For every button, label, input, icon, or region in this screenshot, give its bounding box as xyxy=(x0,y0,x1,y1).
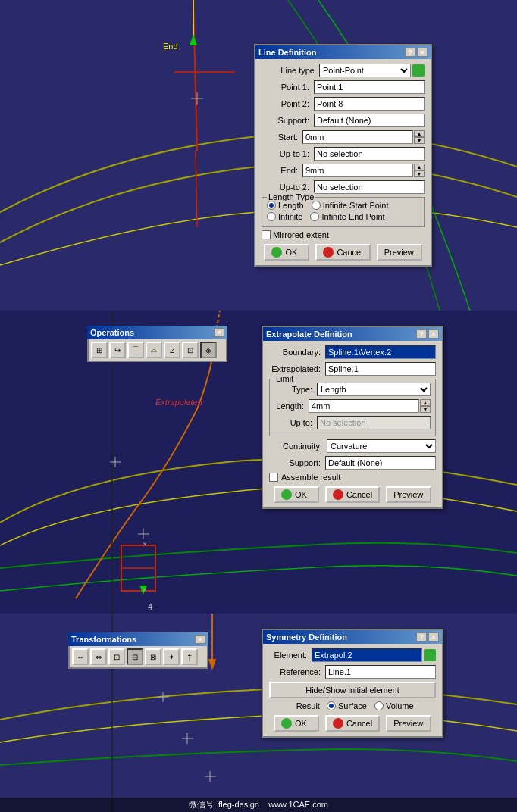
type-select[interactable]: Length xyxy=(317,383,431,396)
upto2-input[interactable] xyxy=(314,180,425,194)
hide-show-btn[interactable]: Hide/Show initial element xyxy=(269,682,436,698)
operations-title-text: Operations xyxy=(90,328,134,337)
line-type-icon xyxy=(412,64,425,77)
radio-infinite-start[interactable]: Infinite Start Point xyxy=(312,201,389,210)
operations-toolbar-title: Operations × xyxy=(87,326,227,339)
radio-infinite-end[interactable]: Infinite End Point xyxy=(310,212,384,221)
continuity-row: Continuity: Curvature xyxy=(269,439,436,453)
cancel-icon xyxy=(323,247,334,258)
start-spin-down[interactable]: ▼ xyxy=(414,137,425,144)
assemble-row[interactable]: Assemble result xyxy=(269,473,436,482)
viewport-mid[interactable]: × × Extrapolated 4 Operations × ⊞ ↪ ⌒ ⌓ … xyxy=(0,311,517,614)
dialog-line-help-btn[interactable]: ? xyxy=(405,48,415,57)
dialog-symmetry: Symmetry Definition ? × Element: Referen… xyxy=(262,629,443,738)
continuity-label: Continuity: xyxy=(269,442,322,451)
sym-preview-btn[interactable]: Preview xyxy=(386,715,431,732)
operations-close-btn[interactable]: × xyxy=(214,328,224,337)
end-spin-down[interactable]: ▼ xyxy=(414,170,425,177)
radio-length[interactable]: Length xyxy=(267,201,304,210)
upto-row: Up to: xyxy=(274,416,431,429)
sym-cancel-btn[interactable]: Cancel xyxy=(325,715,380,732)
extrap-support-input[interactable] xyxy=(325,456,436,470)
trans-tool-4[interactable]: ⊟ xyxy=(127,648,143,665)
extrapolate-close-btn[interactable]: × xyxy=(428,329,439,339)
end-input[interactable] xyxy=(302,164,413,177)
trans-tool-7[interactable]: † xyxy=(181,648,198,665)
radio-row-1: Length Infinite Start Point xyxy=(267,201,419,210)
reference-input[interactable] xyxy=(325,665,436,679)
extrap-cancel-label: Cancel xyxy=(346,490,372,499)
viewport-bot[interactable]: Transformations × ↔ ⇔ ⊡ ⊟ ⊠ ✦ † Symmetry… xyxy=(0,614,517,812)
transformations-close-btn[interactable]: × xyxy=(195,635,205,644)
sym-ok-btn[interactable]: OK xyxy=(274,715,319,732)
boundary-label: Boundary: xyxy=(269,348,321,357)
element-label: Element: xyxy=(269,651,307,660)
viewport-top[interactable]: End Line Definition ? × Line type Point-… xyxy=(0,0,517,311)
extrapolate-help-btn[interactable]: ? xyxy=(416,329,427,339)
end-spin-up[interactable]: ▲ xyxy=(414,164,425,170)
radio-infinite-end-dot xyxy=(310,212,319,221)
mirrored-row[interactable]: Mirrored extent xyxy=(262,230,425,239)
trans-tool-1[interactable]: ↔ xyxy=(72,648,89,665)
transformations-toolbar-container: Transformations × ↔ ⇔ ⊡ ⊟ ⊠ ✦ † xyxy=(68,632,208,669)
extrap-preview-btn[interactable]: Preview xyxy=(386,486,431,503)
trans-tool-5[interactable]: ⊠ xyxy=(145,648,161,665)
result-surface-dot xyxy=(327,701,336,710)
assemble-label: Assemble result xyxy=(281,473,340,482)
end-row: End: ▲ ▼ xyxy=(262,164,425,177)
length-spin-down[interactable]: ▼ xyxy=(420,406,431,413)
length-spin-up[interactable]: ▲ xyxy=(420,399,431,406)
operations-toolbar-container: Operations × ⊞ ↪ ⌒ ⌓ ⊿ ⊡ ◈ xyxy=(87,326,227,362)
line-type-select[interactable]: Point-Point xyxy=(319,64,411,77)
length-input[interactable] xyxy=(309,399,419,413)
cad-number-label: 4 xyxy=(148,602,152,611)
upto-input[interactable] xyxy=(317,416,431,429)
op-tool-6[interactable]: ⊡ xyxy=(182,342,199,358)
boundary-input[interactable] xyxy=(325,345,436,359)
symmetry-help-btn[interactable]: ? xyxy=(416,632,427,642)
continuity-select[interactable]: Curvature xyxy=(327,439,436,453)
dialog-line-title-text: Line Definition xyxy=(258,48,316,57)
svg-marker-5 xyxy=(190,34,197,45)
trans-tool-3[interactable]: ⊡ xyxy=(108,648,125,665)
op-tool-2[interactable]: ↪ xyxy=(109,342,126,358)
op-tool-4[interactable]: ⌓ xyxy=(146,342,162,358)
line-preview-btn[interactable]: Preview xyxy=(377,244,422,261)
radio-infinite[interactable]: Infinite xyxy=(267,212,302,221)
dialog-extrapolate: Extrapolate Definition ? × Boundary: Ext… xyxy=(262,326,443,509)
op-tool-7[interactable]: ◈ xyxy=(200,342,217,358)
element-input[interactable] xyxy=(312,648,422,662)
op-tool-3[interactable]: ⌒ xyxy=(127,342,144,358)
line-dialog-buttons: OK Cancel Preview xyxy=(262,244,425,261)
op-tool-1[interactable]: ⊞ xyxy=(91,342,108,358)
support-label: Support: xyxy=(262,116,309,125)
start-input[interactable] xyxy=(302,130,413,144)
result-surface[interactable]: Surface xyxy=(327,701,367,710)
length-row: Length: ▲ ▼ xyxy=(274,399,431,413)
point2-input[interactable] xyxy=(314,97,425,111)
upto1-input[interactable] xyxy=(314,147,425,161)
line-cancel-btn[interactable]: Cancel xyxy=(315,244,370,261)
result-volume[interactable]: Volume xyxy=(374,701,414,710)
extrapolated-input[interactable] xyxy=(325,362,436,376)
radio-length-dot xyxy=(267,201,276,210)
mirrored-checkbox[interactable] xyxy=(262,230,271,239)
symmetry-close-btn[interactable]: × xyxy=(428,632,439,642)
upto1-label: Up-to 1: xyxy=(262,149,309,158)
op-tool-5[interactable]: ⊿ xyxy=(164,342,180,358)
sym-ok-icon xyxy=(281,718,292,729)
start-spin-up[interactable]: ▲ xyxy=(414,130,425,137)
line-ok-btn[interactable]: OK xyxy=(264,244,309,261)
cancel-label: Cancel xyxy=(337,248,362,257)
trans-tool-2[interactable]: ⇔ xyxy=(90,648,107,665)
dialog-line-close-btn[interactable]: × xyxy=(417,48,428,57)
support-input[interactable] xyxy=(314,114,425,127)
svg-text:×: × xyxy=(143,540,147,548)
limit-title: Limit xyxy=(274,374,295,383)
upto1-row: Up-to 1: xyxy=(262,147,425,161)
trans-tool-6[interactable]: ✦ xyxy=(163,648,180,665)
extrap-ok-btn[interactable]: OK xyxy=(274,486,319,503)
assemble-checkbox[interactable] xyxy=(269,473,278,482)
point1-input[interactable] xyxy=(314,80,425,94)
extrap-cancel-btn[interactable]: Cancel xyxy=(325,486,380,503)
